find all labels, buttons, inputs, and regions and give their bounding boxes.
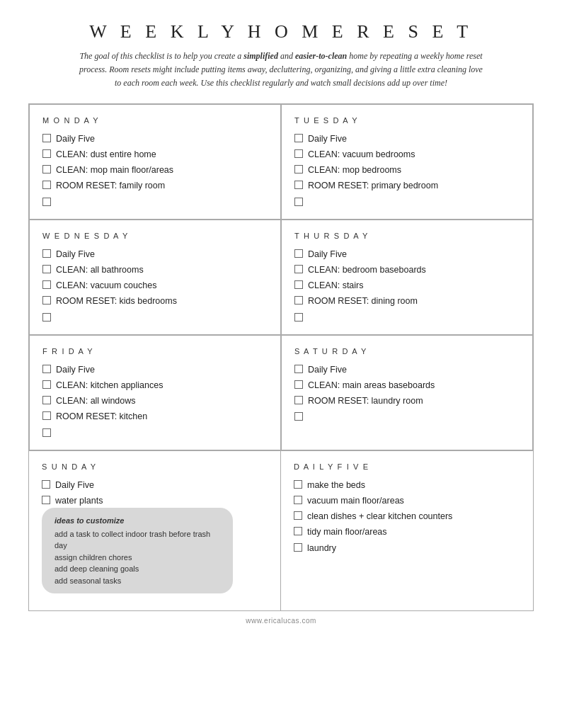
checkbox[interactable] — [294, 280, 303, 289]
list-item: CLEAN: bedroom baseboards — [294, 264, 520, 275]
list-item: Daily Five — [42, 364, 268, 375]
checkbox[interactable] — [42, 134, 51, 142]
checkbox[interactable] — [294, 265, 303, 273]
list-item: CLEAN: all bathrooms — [42, 264, 268, 275]
list-item: tidy main floor/areas — [294, 526, 520, 538]
ideas-item: add seasonal tasks — [55, 576, 121, 585]
extra-checkbox[interactable] — [294, 412, 303, 421]
list-item: Daily Five — [42, 133, 268, 144]
checkbox[interactable] — [42, 249, 51, 258]
ideas-title: ideas to customize — [55, 515, 220, 527]
friday-label: F R I D A Y — [42, 347, 268, 356]
thursday-label: T H U R S D A Y — [294, 232, 520, 240]
friday-cell: F R I D A Y Daily Five CLEAN: kitchen ap… — [29, 335, 281, 450]
checkbox[interactable] — [294, 249, 303, 258]
page-title: W E E K L Y H O M E R E S E T — [89, 21, 472, 42]
sunday-cell: S U N D A Y Daily Five water plants idea… — [29, 451, 281, 611]
list-item: Daily Five — [294, 364, 520, 375]
checkbox[interactable] — [42, 496, 50, 504]
checkbox[interactable] — [42, 280, 51, 289]
list-item: make the beds — [294, 479, 520, 491]
sunday-tasks: Daily Five water plants — [42, 479, 268, 507]
list-item: Daily Five — [42, 479, 268, 491]
list-item: ROOM RESET: kitchen — [42, 411, 268, 422]
tuesday-cell: T U E S D A Y Daily Five CLEAN: vacuum b… — [281, 104, 533, 220]
monday-label: M O N D A Y — [42, 116, 268, 125]
list-item: Daily Five — [42, 249, 268, 260]
checkbox[interactable] — [42, 296, 51, 305]
saturday-tasks: Daily Five CLEAN: main areas baseboards … — [294, 364, 520, 407]
thursday-cell: T H U R S D A Y Daily Five CLEAN: bedroo… — [281, 220, 533, 335]
tuesday-label: T U E S D A Y — [294, 116, 520, 125]
checkbox[interactable] — [42, 365, 51, 373]
list-item: CLEAN: all windows — [42, 395, 268, 406]
wednesday-cell: W E D N E S D A Y Daily Five CLEAN: all … — [29, 220, 281, 335]
list-item: vacuum main floor/areas — [294, 495, 520, 506]
wednesday-tasks: Daily Five CLEAN: all bathrooms CLEAN: v… — [42, 249, 268, 307]
checkbox[interactable] — [294, 149, 303, 158]
extra-checkbox[interactable] — [42, 313, 51, 322]
thursday-tasks: Daily Five CLEAN: bedroom baseboards CLE… — [294, 249, 520, 307]
checkbox[interactable] — [294, 511, 302, 520]
checkbox[interactable] — [294, 181, 303, 189]
daily-five-tasks: make the beds vacuum main floor/areas cl… — [294, 479, 520, 554]
list-item: ROOM RESET: primary bedroom — [294, 180, 520, 191]
saturday-label: S A T U R D A Y — [294, 347, 520, 356]
checkbox[interactable] — [294, 543, 302, 552]
checkbox[interactable] — [42, 380, 51, 389]
subtitle: The goal of this checklist is to help yo… — [76, 50, 486, 91]
checkbox[interactable] — [294, 165, 303, 174]
ideas-item: assign children chores — [55, 553, 132, 562]
checkbox[interactable] — [294, 380, 303, 389]
daily-five-cell: D A I L Y F I V E make the beds vacuum m… — [281, 451, 533, 611]
checkbox[interactable] — [294, 134, 303, 142]
sunday-label: S U N D A Y — [42, 462, 268, 471]
checkbox[interactable] — [294, 480, 302, 489]
checkbox[interactable] — [42, 265, 51, 273]
list-item: Daily Five — [294, 133, 520, 144]
extra-checkbox[interactable] — [42, 428, 51, 437]
checkbox[interactable] — [42, 149, 51, 158]
checkbox[interactable] — [42, 181, 51, 189]
list-item: CLEAN: vacuum couches — [42, 280, 268, 291]
list-item: ROOM RESET: kids bedrooms — [42, 295, 268, 307]
list-item: CLEAN: vacuum bedrooms — [294, 149, 520, 160]
saturday-cell: S A T U R D A Y Daily Five CLEAN: main a… — [281, 335, 533, 450]
monday-tasks: Daily Five CLEAN: dust entire home CLEAN… — [42, 133, 268, 192]
checkbox[interactable] — [42, 396, 51, 404]
list-item: ROOM RESET: family room — [42, 180, 268, 191]
bottom-row: S U N D A Y Daily Five water plants idea… — [29, 450, 533, 611]
checkbox[interactable] — [294, 396, 303, 404]
ideas-box: ideas to customize add a task to collect… — [42, 508, 233, 593]
list-item: ROOM RESET: dining room — [294, 295, 520, 307]
checkbox[interactable] — [294, 365, 303, 373]
list-item: CLEAN: stairs — [294, 280, 520, 291]
list-item: clean dishes + clear kitchen counters — [294, 511, 520, 522]
ideas-item: add a task to collect indoor trash befor… — [55, 530, 210, 550]
daily-five-label: D A I L Y F I V E — [294, 462, 520, 471]
list-item: CLEAN: dust entire home — [42, 149, 268, 160]
extra-checkbox[interactable] — [294, 198, 303, 206]
checkbox[interactable] — [42, 411, 51, 420]
list-item: CLEAN: mop main floor/areas — [42, 164, 268, 176]
list-item: ROOM RESET: laundry room — [294, 395, 520, 406]
ideas-item: add deep cleaning goals — [55, 564, 139, 573]
list-item: Daily Five — [294, 249, 520, 260]
friday-tasks: Daily Five CLEAN: kitchen appliances CLE… — [42, 364, 268, 423]
checkbox[interactable] — [42, 480, 50, 489]
list-item: CLEAN: kitchen appliances — [42, 380, 268, 391]
checkbox[interactable] — [294, 296, 303, 305]
website-footer: www.ericalucas.com — [246, 617, 316, 625]
checkbox[interactable] — [294, 527, 302, 535]
tuesday-tasks: Daily Five CLEAN: vacuum bedrooms CLEAN:… — [294, 133, 520, 192]
checkbox[interactable] — [42, 165, 51, 174]
checkbox[interactable] — [294, 496, 302, 504]
extra-checkbox[interactable] — [42, 198, 51, 206]
monday-cell: M O N D A Y Daily Five CLEAN: dust entir… — [29, 104, 281, 220]
wednesday-label: W E D N E S D A Y — [42, 232, 268, 240]
list-item: laundry — [294, 542, 520, 554]
extra-checkbox[interactable] — [294, 313, 303, 322]
list-item: water plants — [42, 495, 268, 506]
list-item: CLEAN: main areas baseboards — [294, 380, 520, 391]
weekly-grid: M O N D A Y Daily Five CLEAN: dust entir… — [28, 103, 534, 612]
